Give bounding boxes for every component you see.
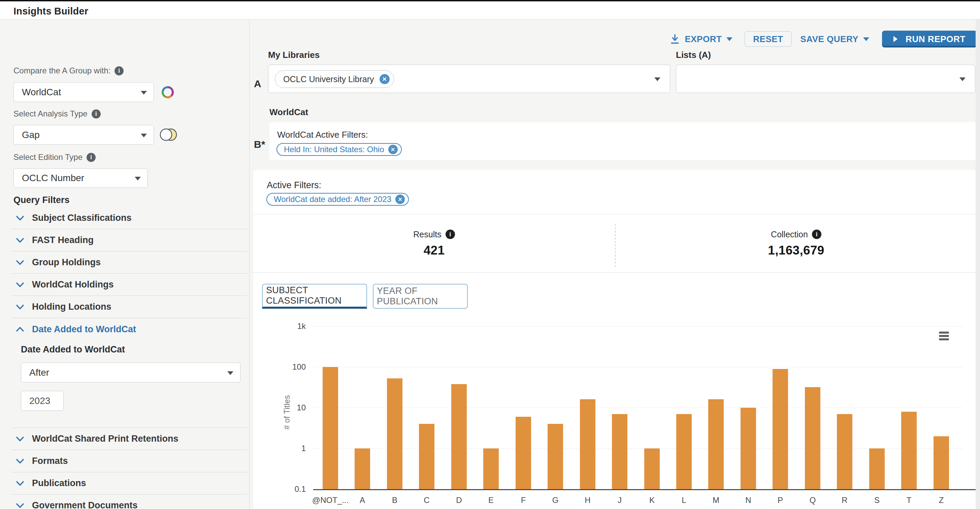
lists-a-select[interactable]	[676, 65, 975, 93]
compare-group-select[interactable]: WorldCat	[13, 82, 154, 102]
edition-type-select[interactable]: OCLC Number	[13, 168, 148, 188]
tab-year-of-publication[interactable]: YEAR OF PUBLICATION	[373, 284, 468, 309]
filter-section-subject-classifications[interactable]: Subject Classifications	[11, 207, 247, 229]
info-icon[interactable]: i	[92, 110, 101, 118]
filter-section-label: FAST Heading	[32, 235, 94, 245]
y-axis-tick: 1k	[266, 321, 306, 331]
library-chip[interactable]: OCLC University Library ✕	[275, 70, 394, 88]
bar-Q[interactable]	[805, 387, 820, 489]
caret-down-icon	[726, 37, 732, 41]
bar-F[interactable]	[515, 417, 531, 489]
filter-section-label: Publications	[32, 478, 86, 488]
caret-down-icon	[135, 177, 141, 180]
caret-down-icon	[863, 37, 869, 41]
caret-down-icon	[959, 78, 966, 81]
bar-S[interactable]	[869, 449, 885, 489]
worldcat-active-filters-label: WorldCat Active Filters:	[277, 130, 368, 140]
info-icon[interactable]: i	[115, 66, 124, 75]
analysis-type-select[interactable]: Gap	[13, 125, 154, 145]
filter-section-fast-heading[interactable]: FAST Heading	[11, 229, 247, 251]
my-libraries-select[interactable]: OCLC University Library ✕	[268, 65, 670, 93]
held-in-filter-chip[interactable]: Held In: United States: Ohio ✕	[277, 143, 402, 156]
venn-diagram-icon	[158, 126, 179, 143]
filter-section-label: WorldCat Shared Print Retentions	[32, 434, 178, 444]
remove-filter-icon[interactable]: ✕	[395, 194, 405, 204]
chevron-down-icon	[16, 280, 25, 289]
bar-H[interactable]	[580, 399, 595, 489]
date-operator-select[interactable]: After	[21, 363, 240, 382]
sidebar: Compare the A Group with: i WorldCat Sel…	[0, 19, 250, 509]
y-axis-title: # of Titles	[282, 389, 292, 436]
filter-section-worldcat-shared-print-retentions[interactable]: WorldCat Shared Print Retentions	[11, 428, 247, 450]
x-axis-tick: Z	[921, 496, 961, 505]
filter-section-holding-locations[interactable]: Holding Locations	[11, 296, 247, 318]
export-button[interactable]: EXPORT	[670, 33, 732, 45]
chevron-down-icon	[16, 302, 25, 312]
bar-B[interactable]	[387, 379, 402, 489]
toolbar: EXPORT RESET SAVE QUERY RUN REPORT	[670, 31, 977, 48]
bar-K[interactable]	[644, 449, 660, 489]
scrollbar[interactable]	[975, 19, 980, 509]
compare-group-label: Compare the A Group with: i	[13, 66, 124, 75]
filter-section-label: Government Documents	[32, 500, 138, 509]
bar-P[interactable]	[773, 369, 788, 489]
date-added-panel: Date Added to WorldCatAfter	[11, 340, 247, 428]
filter-section-label: Subject Classifications	[32, 213, 132, 223]
caret-down-icon	[654, 78, 660, 81]
bar-@NOT[interactable]	[323, 367, 338, 489]
chart-menu-icon[interactable]	[939, 332, 949, 342]
group-a-label: A	[254, 78, 261, 89]
chevron-down-icon	[16, 501, 25, 509]
bar-G[interactable]	[547, 424, 563, 489]
filter-section-publications[interactable]: Publications	[11, 472, 247, 495]
filter-section-date-added-to-worldcat[interactable]: Date Added to WorldCat	[11, 318, 247, 340]
bar-J[interactable]	[612, 414, 627, 489]
remove-chip-icon[interactable]: ✕	[380, 74, 390, 84]
query-filters-list: Subject ClassificationsFAST HeadingGroup…	[11, 207, 247, 509]
worldcat-section-label: WorldCat	[269, 107, 308, 118]
gridline	[313, 449, 963, 449]
chevron-down-icon	[16, 258, 25, 267]
bar-A[interactable]	[355, 449, 370, 489]
active-filter-chip[interactable]: WorldCat date added: After 2023 ✕	[266, 193, 409, 206]
chevron-down-icon	[16, 479, 25, 488]
bar-E[interactable]	[483, 449, 499, 489]
bar-L[interactable]	[676, 414, 692, 489]
filter-section-label: Holding Locations	[32, 302, 111, 312]
info-icon[interactable]: i	[87, 153, 95, 162]
caret-down-icon	[228, 371, 233, 375]
run-report-button[interactable]: RUN REPORT	[882, 31, 977, 48]
bar-N[interactable]	[741, 408, 756, 489]
info-icon[interactable]: i	[445, 230, 455, 239]
tab-subject-classification[interactable]: SUBJECT CLASSIFICATION	[262, 284, 367, 309]
year-input[interactable]	[21, 391, 64, 411]
chart-tabs: SUBJECT CLASSIFICATIONYEAR OF PUBLICATIO…	[262, 284, 468, 309]
remove-filter-icon[interactable]: ✕	[388, 145, 398, 154]
reset-button[interactable]: RESET	[745, 31, 791, 47]
app-header: Insights Builder	[0, 0, 980, 19]
filter-section-group-holdings[interactable]: Group Holdings	[11, 251, 247, 274]
filter-section-worldcat-holdings[interactable]: WorldCat Holdings	[11, 274, 247, 296]
play-icon	[893, 36, 897, 42]
bar-M[interactable]	[708, 399, 724, 489]
bar-T[interactable]	[901, 412, 917, 489]
gridline	[313, 408, 963, 408]
save-query-button[interactable]: SAVE QUERY	[800, 34, 870, 45]
oclc-swirl-icon	[160, 84, 176, 100]
bar-D[interactable]	[451, 384, 467, 489]
filter-section-government-documents[interactable]: Government Documents	[11, 495, 247, 509]
caret-down-icon	[141, 134, 147, 137]
chevron-down-icon	[16, 235, 25, 245]
y-axis-tick: 1	[266, 444, 306, 453]
edition-type-label: Select Edition Type i	[13, 153, 95, 162]
date-added-label: Date Added to WorldCat	[21, 344, 125, 355]
chevron-down-icon	[16, 213, 25, 223]
bar-R[interactable]	[837, 414, 853, 489]
worldcat-card: WorldCat Active Filters: Held In: United…	[269, 122, 977, 160]
filter-section-formats[interactable]: Formats	[11, 450, 247, 472]
bar-C[interactable]	[419, 424, 434, 489]
y-axis-tick: 10	[266, 403, 306, 412]
info-icon[interactable]: i	[812, 230, 821, 239]
bar-Z[interactable]	[934, 436, 949, 489]
caret-down-icon	[141, 91, 147, 95]
